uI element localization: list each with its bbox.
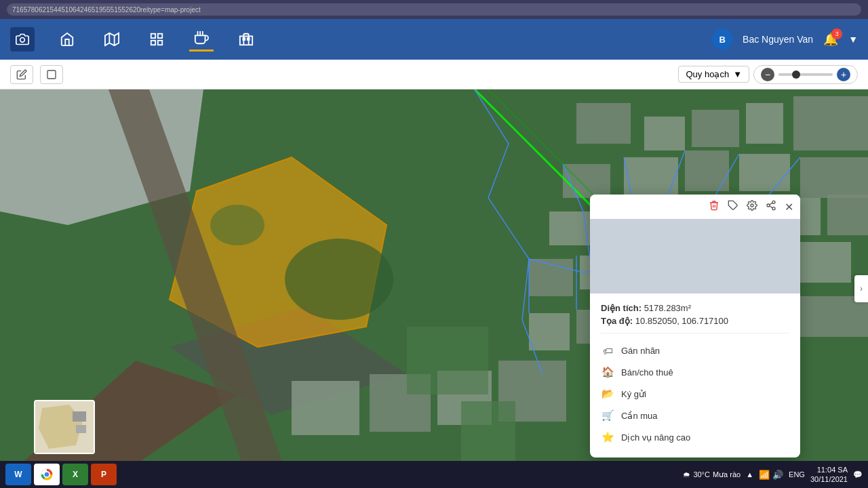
- svg-point-63: [772, 207, 775, 210]
- tray-icon-2: 🔊: [772, 470, 783, 480]
- home-nav-icon[interactable]: [55, 27, 79, 52]
- map-nav-icon[interactable]: [100, 27, 124, 52]
- zoom-slider[interactable]: [778, 73, 833, 76]
- folder-menu-icon: 📂: [601, 388, 614, 400]
- coord-row: Tọa độ: 10.852050, 106.717100: [601, 316, 789, 326]
- svg-point-55: [285, 239, 393, 320]
- svg-rect-47: [292, 381, 359, 435]
- dropdown-chevron: ▼: [733, 69, 742, 79]
- house-menu-icon: 🏠: [601, 366, 614, 378]
- cart-menu-icon: 🛒: [601, 409, 614, 422]
- user-avatar: B: [712, 29, 732, 49]
- edit-tool-button[interactable]: [10, 65, 33, 84]
- svg-rect-6: [151, 41, 155, 45]
- taskbar-word[interactable]: W: [5, 464, 31, 485]
- svg-rect-14: [47, 70, 56, 79]
- popup-share-button[interactable]: [766, 200, 776, 214]
- notification-bell[interactable]: 🔔 3: [823, 32, 838, 47]
- user-name: Bac Nguyen Van: [743, 34, 813, 45]
- area-row: Diện tích: 5178.283m²: [601, 303, 789, 313]
- svg-rect-40: [797, 242, 851, 283]
- svg-rect-34: [827, 195, 868, 235]
- system-tray: 📶 🔊: [759, 470, 783, 480]
- zoom-slider-dot: [792, 70, 800, 79]
- svg-rect-28: [800, 157, 868, 198]
- time-display: 11:04 SA: [810, 465, 848, 474]
- taskbar-right: 🌧 30°C Mưa rào ▲ 📶 🔊 ENG 11:04 SA 30/11/…: [683, 465, 863, 485]
- layer-dropdown-button[interactable]: Quy hoạch ▼: [678, 66, 749, 83]
- notification-icon[interactable]: 💬: [853, 470, 863, 479]
- temperature: 30°C: [693, 470, 710, 479]
- svg-rect-41: [529, 313, 570, 350]
- weather-label: Mưa rào: [713, 470, 741, 479]
- svg-rect-20: [644, 117, 685, 150]
- svg-point-62: [767, 204, 770, 207]
- taskbar-arrow-up: ▲: [746, 470, 753, 479]
- clock: 11:04 SA 30/11/2021: [810, 465, 848, 485]
- zoom-minus-button[interactable]: −: [761, 68, 774, 81]
- weather-info: 🌧 30°C Mưa rào: [683, 470, 741, 479]
- layer-dropdown-container: Quy hoạch ▼ − +: [678, 65, 858, 84]
- language-indicator[interactable]: ENG: [789, 470, 805, 479]
- svg-rect-69: [76, 425, 86, 433]
- svg-rect-26: [685, 150, 729, 191]
- map-nav-arrow-right[interactable]: ›: [854, 275, 868, 302]
- select-tool-button[interactable]: [40, 65, 63, 84]
- map-thumbnail[interactable]: Bản đồ: [34, 400, 95, 454]
- menu-item-dich-vu[interactable]: ⭐ Dịch vụ nâng cao: [601, 426, 789, 448]
- svg-rect-23: [793, 96, 868, 150]
- browser-bar: 7165780621544510642465195551552620reityp…: [0, 0, 868, 19]
- svg-point-0: [20, 38, 25, 43]
- svg-line-64: [770, 206, 773, 208]
- menu-item-ban-cho-thue[interactable]: 🏠 Bán/cho thuê: [601, 361, 789, 383]
- tag-menu-icon: 🏷: [601, 345, 614, 357]
- popup-tag-button[interactable]: [728, 200, 738, 214]
- weather-icon: 🌧: [683, 470, 690, 479]
- zoom-controls: − +: [753, 65, 858, 84]
- toolbar: Quy hoạch ▼ − +: [0, 60, 868, 89]
- popup-delete-button[interactable]: [709, 200, 719, 214]
- grid-nav-icon[interactable]: [144, 27, 169, 52]
- hand-nav-icon[interactable]: [189, 27, 214, 52]
- svg-rect-19: [576, 103, 631, 144]
- svg-marker-1: [105, 33, 119, 45]
- svg-rect-27: [739, 154, 790, 191]
- svg-rect-57: [407, 327, 488, 394]
- popup-info: Diện tích: 5178.283m² Tọa độ: 10.852050,…: [590, 293, 800, 458]
- user-menu-chevron[interactable]: ▼: [848, 34, 858, 45]
- menu-item-ky-gui[interactable]: 📂 Ký gửi: [601, 383, 789, 405]
- tray-icon-1: 📶: [759, 470, 770, 480]
- notification-count: 3: [831, 28, 842, 39]
- url-bar[interactable]: 7165780621544510642465195551552620reityp…: [7, 3, 861, 16]
- taskbar-chrome[interactable]: [34, 464, 60, 485]
- camera-nav-icon[interactable]: [10, 27, 35, 52]
- taskbar-powerpoint[interactable]: P: [91, 464, 117, 485]
- date-display: 30/11/2021: [810, 474, 848, 484]
- menu-item-gan-nhan[interactable]: 🏷 Gán nhãn: [601, 340, 789, 361]
- nav-right: B Bac Nguyen Van 🔔 3 ▼: [712, 29, 858, 49]
- taskbar-excel[interactable]: X: [62, 464, 88, 485]
- popup-close-button[interactable]: ✕: [785, 201, 793, 214]
- taskbar: W X P 🌧 30°C Mưa rào ▲ 📶 🔊 ENG 11:04 SA …: [0, 461, 868, 488]
- star-menu-icon: ⭐: [601, 431, 614, 443]
- map-container[interactable]: ✕ Diện tích: 5178.283m² Tọa độ: 10.85205…: [0, 89, 868, 488]
- map-background[interactable]: ✕ Diện tích: 5178.283m² Tọa độ: 10.85205…: [0, 89, 868, 488]
- svg-point-61: [772, 201, 775, 203]
- svg-rect-22: [746, 103, 783, 144]
- svg-rect-4: [151, 34, 155, 38]
- url-text: 7165780621544510642465195551552620reityp…: [12, 6, 201, 14]
- zoom-plus-button[interactable]: +: [837, 68, 850, 81]
- popup-divider: [601, 333, 789, 333]
- popup-image: [590, 219, 800, 293]
- svg-rect-5: [158, 34, 162, 38]
- svg-rect-11: [240, 36, 252, 45]
- info-popup: ✕ Diện tích: 5178.283m² Tọa độ: 10.85205…: [590, 195, 800, 458]
- building-nav-icon[interactable]: [234, 27, 258, 52]
- svg-rect-46: [793, 296, 868, 337]
- nav-header: B Bac Nguyen Van 🔔 3 ▼: [0, 19, 868, 60]
- menu-item-can-mua[interactable]: 🛒 Cần mua: [601, 405, 789, 426]
- svg-rect-21: [692, 110, 739, 147]
- svg-rect-68: [73, 411, 86, 422]
- popup-toolbar: ✕: [590, 195, 800, 219]
- popup-edit-button[interactable]: [747, 200, 757, 214]
